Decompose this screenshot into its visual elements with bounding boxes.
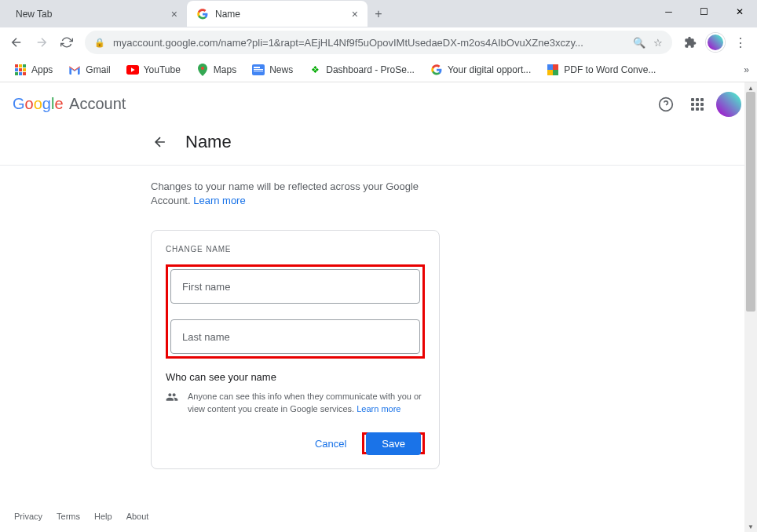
maximize-button[interactable]: ☐ <box>686 0 722 24</box>
svg-rect-6 <box>547 64 553 70</box>
svg-point-1 <box>201 67 204 70</box>
svg-rect-4 <box>254 69 263 70</box>
lock-icon: 🔒 <box>94 38 105 48</box>
who-learn-more-link[interactable]: Learn more <box>357 404 400 414</box>
close-icon[interactable]: × <box>352 8 358 20</box>
who-info-row: Anyone can see this info when they commu… <box>166 391 425 415</box>
footer-privacy[interactable]: Privacy <box>14 512 42 521</box>
footer-about[interactable]: About <box>126 512 149 521</box>
tab-name[interactable]: Name × <box>187 1 368 27</box>
who-text: Anyone can see this info when they commu… <box>188 391 425 415</box>
card-label: CHANGE NAME <box>166 245 425 253</box>
bookmarks-bar: Apps Gmail YouTube Maps News ❖Dashboard … <box>0 57 757 82</box>
bookmark-gmail[interactable]: Gmail <box>62 60 116 79</box>
bookmark-label: Gmail <box>86 64 110 75</box>
bookmark-apps[interactable]: Apps <box>8 60 59 79</box>
close-icon[interactable]: × <box>171 8 177 20</box>
description-text: Changes to your name will be reflected a… <box>151 180 440 208</box>
bookmark-pdf[interactable]: PDF to Word Conve... <box>540 60 662 79</box>
youtube-icon <box>126 64 139 76</box>
tab-title: Name <box>215 9 352 20</box>
svg-rect-3 <box>254 67 260 68</box>
minimize-button[interactable]: ─ <box>651 0 686 24</box>
learn-more-link[interactable]: Learn more <box>193 195 245 206</box>
save-button[interactable]: Save <box>366 432 421 455</box>
footer-help[interactable]: Help <box>94 512 112 521</box>
title-row: Name <box>0 126 757 166</box>
tab-title: New Tab <box>16 9 171 20</box>
app-header: Google Account <box>0 82 757 126</box>
profile-icon[interactable] <box>704 31 727 54</box>
news-icon <box>252 64 265 76</box>
cancel-button[interactable]: Cancel <box>309 433 353 454</box>
google-icon <box>430 64 443 76</box>
bookmark-digital[interactable]: Your digital opport... <box>424 60 537 79</box>
svg-rect-8 <box>547 70 553 75</box>
bookmark-label: Your digital opport... <box>448 64 531 75</box>
bookmark-label: Dashboard - ProSe... <box>326 64 415 75</box>
apps-launcher-icon[interactable] <box>682 89 713 120</box>
button-row: Cancel Save <box>166 432 425 454</box>
scroll-down-icon[interactable]: ▼ <box>744 521 757 532</box>
footer-terms[interactable]: Terms <box>57 512 80 521</box>
who-can-see-heading: Who can see your name <box>166 371 425 383</box>
bookmark-label: YouTube <box>144 64 181 75</box>
bookmark-label: PDF to Word Conve... <box>564 64 656 75</box>
page-title: Name <box>185 132 232 152</box>
back-arrow-icon[interactable] <box>151 133 170 151</box>
browser-chrome: New Tab × Name × + ─ ☐ ✕ 🔒 myaccount.goo… <box>0 0 757 82</box>
prose-icon: ❖ <box>309 64 321 76</box>
address-row: 🔒 myaccount.google.com/name?pli=1&rapt=A… <box>0 27 757 57</box>
forward-button[interactable] <box>30 31 53 54</box>
account-avatar[interactable] <box>713 89 744 120</box>
star-icon[interactable]: ☆ <box>653 37 663 49</box>
first-name-field[interactable]: First name <box>170 269 420 304</box>
scrollbar[interactable]: ▲ ▼ <box>744 82 757 532</box>
footer-links: Privacy Terms Help About <box>14 512 148 521</box>
window-controls: ─ ☐ ✕ <box>651 0 757 24</box>
bookmarks-overflow[interactable]: » <box>744 64 749 75</box>
scroll-thumb[interactable] <box>746 92 755 312</box>
close-window-button[interactable]: ✕ <box>722 0 757 24</box>
help-icon[interactable] <box>650 89 682 120</box>
menu-icon[interactable]: ⋮ <box>729 31 752 54</box>
bookmark-youtube[interactable]: YouTube <box>120 60 187 79</box>
google-favicon <box>196 8 209 20</box>
google-account-logo[interactable]: Google Account <box>13 95 126 113</box>
reload-button[interactable] <box>55 31 79 54</box>
bookmark-label: Apps <box>31 64 53 75</box>
gmail-icon <box>68 64 81 76</box>
bookmark-maps[interactable]: Maps <box>190 60 243 79</box>
people-icon <box>166 391 178 415</box>
bookmark-news[interactable]: News <box>246 60 299 79</box>
bookmark-dashboard[interactable]: ❖Dashboard - ProSe... <box>302 60 421 79</box>
page-content: Google Account Name Changes to your name… <box>0 82 757 532</box>
new-tab-button[interactable]: + <box>368 3 389 25</box>
address-bar[interactable]: 🔒 myaccount.google.com/name?pli=1&rapt=A… <box>85 31 672 54</box>
url-text: myaccount.google.com/name?pli=1&rapt=AEj… <box>113 37 628 49</box>
maps-icon <box>196 64 209 76</box>
svg-rect-5 <box>254 71 263 71</box>
svg-rect-9 <box>553 70 558 75</box>
back-button[interactable] <box>5 31 28 54</box>
change-name-card: CHANGE NAME First name Last name Who can… <box>151 230 440 469</box>
pdf-icon <box>547 64 559 76</box>
tab-bar: New Tab × Name × + ─ ☐ ✕ <box>0 0 757 27</box>
highlight-save: Save <box>362 432 425 454</box>
main-content: Changes to your name will be reflected a… <box>0 166 440 469</box>
bookmark-label: News <box>269 64 293 75</box>
tab-new-tab[interactable]: New Tab × <box>6 1 187 27</box>
last-name-field[interactable]: Last name <box>170 319 420 354</box>
highlight-inputs: First name Last name <box>166 264 425 359</box>
extensions-icon[interactable] <box>678 31 702 54</box>
zoom-icon[interactable]: 🔍 <box>633 37 645 49</box>
svg-rect-7 <box>553 64 558 70</box>
bookmark-label: Maps <box>214 64 236 75</box>
